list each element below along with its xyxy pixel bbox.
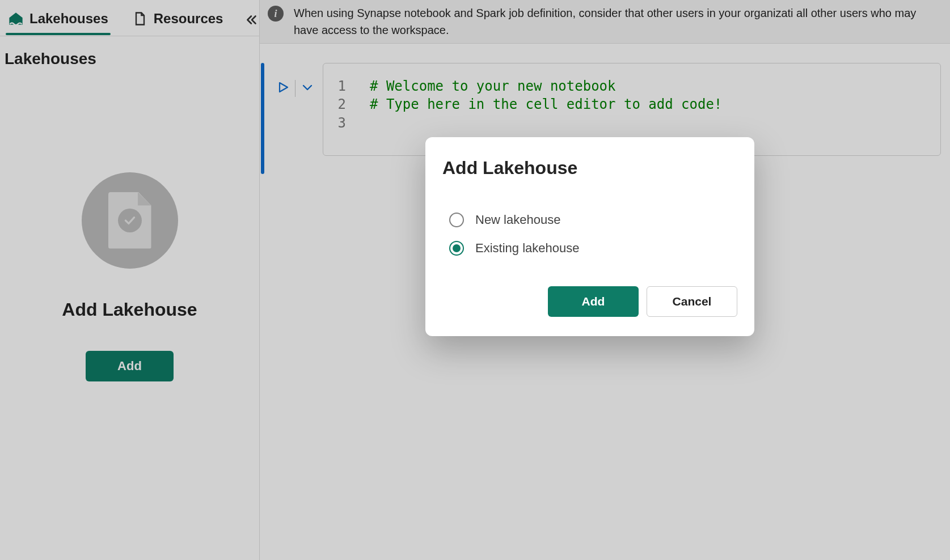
radio-existing-lakehouse[interactable]: Existing lakehouse bbox=[449, 241, 737, 256]
modal-overlay[interactable]: Add Lakehouse New lakehouse Existing lak… bbox=[0, 0, 950, 560]
app-root: Lakehouses Resources bbox=[0, 0, 950, 560]
dialog-add-button[interactable]: Add bbox=[548, 286, 639, 317]
dialog-actions: Add Cancel bbox=[442, 286, 737, 317]
radio-new-lakehouse[interactable]: New lakehouse bbox=[449, 213, 737, 227]
radio-icon bbox=[449, 213, 464, 227]
dialog-cancel-button[interactable]: Cancel bbox=[647, 286, 737, 317]
add-lakehouse-dialog: Add Lakehouse New lakehouse Existing lak… bbox=[425, 137, 754, 336]
dialog-title: Add Lakehouse bbox=[442, 158, 737, 179]
radio-label: New lakehouse bbox=[475, 213, 560, 227]
radio-icon bbox=[449, 241, 464, 256]
radio-label: Existing lakehouse bbox=[475, 241, 579, 256]
